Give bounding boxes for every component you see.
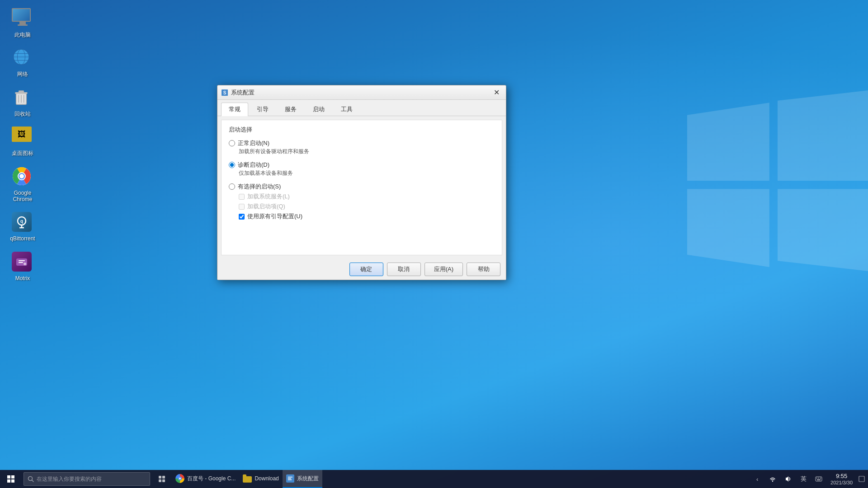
tab-general[interactable]: 常规: [221, 103, 248, 116]
svg-line-30: [32, 480, 34, 482]
svg-rect-32: [162, 476, 165, 479]
taskbar-app-download[interactable]: Download: [239, 470, 282, 488]
tab-services[interactable]: 服务: [277, 103, 304, 116]
load-system-services-text: 加载系统服务(L): [247, 192, 290, 201]
lang-text: 英: [801, 475, 807, 483]
desktop-icon-label-qbittorrent: qBittorrent: [10, 235, 35, 242]
svg-rect-43: [818, 478, 819, 479]
svg-rect-24: [19, 260, 25, 261]
tray-network-icon[interactable]: [765, 472, 780, 486]
desktop-icon-label-chrome: Google Chrome: [6, 190, 39, 203]
diagnostic-startup-radio[interactable]: [229, 162, 235, 168]
taskbar-app-sysconfig-label: 系统配置: [297, 475, 319, 483]
ok-button[interactable]: 确定: [349, 263, 383, 276]
desktop-icon-network[interactable]: 网络: [5, 44, 41, 81]
system-clock[interactable]: 9:55 2021/3/30: [827, 470, 856, 488]
tray-keyboard-icon[interactable]: [811, 472, 826, 486]
desktop-icon-my-computer[interactable]: 此电脑: [5, 5, 41, 42]
load-startup-items-text: 加载启动项(Q): [247, 202, 285, 211]
svg-rect-25: [19, 262, 23, 263]
desktop-icon-recycle-bin[interactable]: 回收站: [5, 84, 41, 121]
recycle-bin-icon: [12, 87, 33, 109]
normal-startup-text: 正常启动(N): [238, 139, 269, 147]
keyboard-icon: [815, 476, 822, 482]
dialog-content: 启动选择 正常启动(N) 加载所有设备驱动程序和服务 诊断启动(D) 仅加载基本…: [221, 120, 502, 255]
svg-rect-37: [288, 478, 291, 479]
svg-rect-36: [288, 477, 292, 478]
desktop-icon-label-recycle-bin: 回收站: [14, 111, 31, 117]
svg-rect-41: [816, 477, 822, 481]
windows-logo-icon: [7, 475, 14, 483]
taskbar-app-chrome-label: 百度号 - Google C...: [187, 475, 236, 483]
load-system-services-label: 加载系统服务(L): [239, 192, 495, 201]
desktop-icon-motrix[interactable]: Motrix: [5, 248, 41, 285]
svg-marker-40: [786, 476, 788, 482]
svg-rect-44: [820, 478, 821, 479]
taskbar-apps: 百度号 - Google C... Download 系统配置: [172, 470, 748, 488]
svg-marker-2: [687, 189, 769, 267]
load-system-services-checkbox: [239, 194, 245, 200]
normal-startup-label[interactable]: 正常启动(N): [229, 139, 495, 147]
wallpaper-icon: 🖼: [12, 127, 33, 148]
load-startup-items-checkbox: [239, 204, 245, 210]
normal-startup-item: 正常启动(N) 加载所有设备驱动程序和服务: [229, 139, 495, 158]
help-button[interactable]: 帮助: [467, 263, 500, 276]
use-original-boot-checkbox[interactable]: [239, 214, 245, 220]
taskbar-app-download-label: Download: [255, 475, 278, 482]
use-original-boot-text: 使用原有引导配置(U): [247, 212, 302, 221]
tab-tools[interactable]: 工具: [333, 103, 360, 116]
desktop-icon-wallpaper[interactable]: 🖼 桌面图标: [5, 123, 41, 160]
svg-rect-31: [159, 476, 161, 479]
section-title: 启动选择: [229, 126, 495, 134]
desktop-icon-qbittorrent[interactable]: q qBittorrent: [5, 208, 41, 245]
dialog-close-button[interactable]: ✕: [491, 88, 502, 98]
tab-startup[interactable]: 启动: [305, 103, 332, 116]
load-startup-items-label: 加载启动项(Q): [239, 202, 495, 211]
diagnostic-startup-text: 诊断启动(D): [238, 161, 269, 169]
normal-startup-desc: 加载所有设备驱动程序和服务: [239, 148, 495, 155]
selective-startup-label[interactable]: 有选择的启动(S): [229, 183, 495, 191]
selective-startup-radio[interactable]: [229, 183, 235, 190]
search-icon: [28, 476, 34, 482]
taskbar-app-sysconfig[interactable]: 系统配置: [283, 470, 322, 488]
notification-icon: [859, 476, 865, 482]
svg-rect-45: [817, 479, 821, 480]
tab-boot[interactable]: 引导: [249, 103, 276, 116]
normal-startup-radio[interactable]: [229, 140, 235, 146]
chrome-icon: [12, 166, 33, 188]
taskbar-search-box[interactable]: [24, 472, 150, 486]
apply-button[interactable]: 应用(A): [425, 263, 463, 276]
dialog-footer: 确定 取消 应用(A) 帮助: [217, 259, 506, 280]
svg-rect-42: [816, 478, 817, 479]
start-button[interactable]: [0, 470, 22, 488]
notification-button[interactable]: [857, 470, 866, 488]
sysconfig-taskbar-icon: [286, 474, 294, 483]
selective-startup-text: 有选择的启动(S): [238, 183, 281, 191]
taskbar-app-chrome[interactable]: 百度号 - Google C...: [172, 470, 239, 488]
svg-marker-0: [687, 103, 769, 181]
desktop-icon-label-network: 网络: [17, 71, 28, 77]
diagnostic-startup-desc: 仅加载基本设备和服务: [239, 169, 495, 177]
svg-rect-34: [162, 479, 165, 482]
cancel-button[interactable]: 取消: [387, 263, 421, 276]
clock-date: 2021/3/30: [830, 480, 853, 485]
tray-chevron-button[interactable]: ‹: [750, 472, 764, 486]
tray-volume-icon[interactable]: [781, 472, 795, 486]
tray-lang-indicator[interactable]: 英: [796, 472, 811, 486]
monitor-icon: [12, 8, 33, 30]
sub-options: 加载系统服务(L) 加载启动项(Q) 使用原有引导配置(U): [239, 192, 495, 221]
selective-startup-item: 有选择的启动(S) 加载系统服务(L) 加载启动项(Q) 使用原有引导配置(U): [229, 183, 495, 221]
taskview-icon: [158, 475, 165, 483]
diagnostic-startup-label[interactable]: 诊断启动(D): [229, 161, 495, 169]
qbittorrent-icon: q: [12, 212, 33, 234]
svg-text:S: S: [223, 90, 226, 95]
search-input[interactable]: [37, 476, 146, 482]
chrome-taskbar-icon: [175, 474, 184, 483]
desktop-icon-label-my-computer: 此电脑: [14, 32, 31, 38]
taskview-button[interactable]: [152, 470, 172, 488]
svg-rect-11: [19, 90, 24, 92]
folder-taskbar-icon: [243, 474, 252, 483]
desktop-icon-chrome[interactable]: Google Chrome: [5, 163, 41, 206]
diagnostic-startup-item: 诊断启动(D) 仅加载基本设备和服务: [229, 161, 495, 180]
use-original-boot-label[interactable]: 使用原有引导配置(U): [239, 212, 495, 221]
